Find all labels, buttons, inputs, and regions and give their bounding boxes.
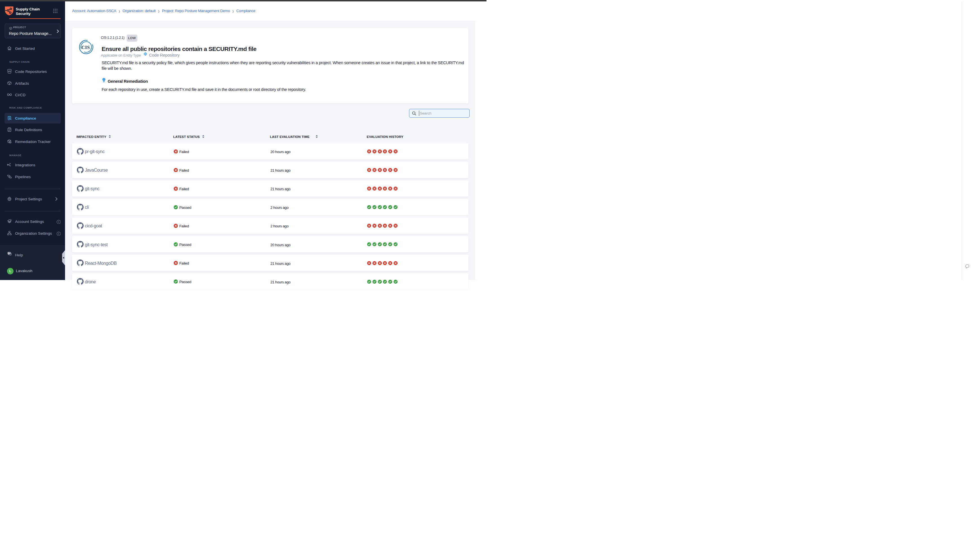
- svg-text:</>: </>: [144, 53, 147, 55]
- svg-text:?: ?: [8, 252, 10, 254]
- svg-text:CIS: CIS: [81, 44, 90, 50]
